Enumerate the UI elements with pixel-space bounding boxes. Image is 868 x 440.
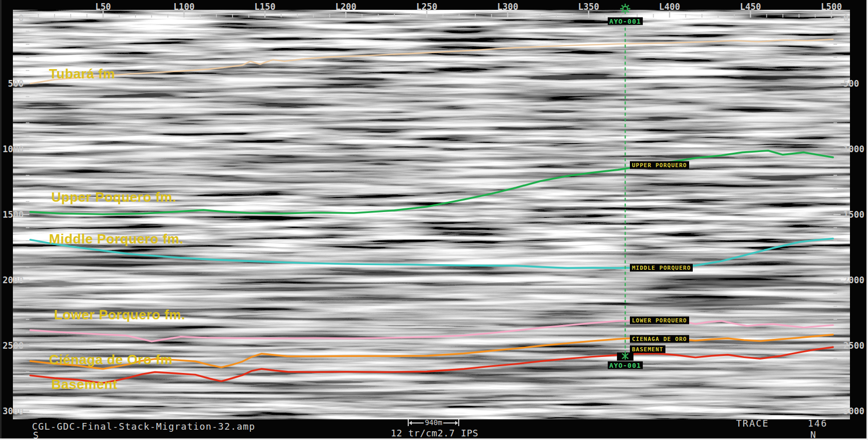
- top-axis-tick-label: L250: [416, 2, 438, 12]
- seismic-plot-canvas: [0, 0, 868, 440]
- top-axis-tick-label: L300: [497, 2, 519, 12]
- well-horizon-tag: LOWER PORQUERO: [630, 317, 689, 324]
- right-axis-tick-label: 500: [843, 78, 859, 89]
- formation-label: Basement: [52, 376, 118, 392]
- top-axis-tick-label: L450: [740, 2, 761, 12]
- right-axis-tick-label: 0: [843, 13, 848, 23]
- well-location-icon: [622, 5, 623, 7]
- plot-parameters-label: 12 tr/cm2.7 IPS: [391, 428, 478, 438]
- well-name-label-td: AYO-001: [608, 362, 643, 369]
- scale-bar-right-tick: [458, 419, 459, 426]
- well-horizon-tag: MIDDLE PORQUERO: [630, 264, 693, 271]
- well-location-icon: [623, 6, 627, 11]
- right-axis-tick-label: 1500: [843, 209, 864, 220]
- left-axis-tick-label: 2000: [0, 275, 24, 285]
- top-axis-tick-label: L150: [255, 2, 276, 12]
- scale-bar-line: [443, 422, 455, 423]
- top-axis-tick-label: L100: [174, 2, 195, 12]
- left-axis-tick-label: 0: [0, 13, 24, 23]
- right-axis-tick-label: 1000: [843, 144, 864, 154]
- formation-label: Ciénaga de Oro fm: [49, 351, 173, 367]
- top-axis-tick-label: L500: [821, 2, 842, 12]
- trace-count-label: TRACE 146: [736, 418, 828, 429]
- scale-bar-line: [412, 422, 424, 423]
- well-location-icon: [627, 11, 629, 12]
- well-location-icon: [622, 11, 623, 12]
- left-axis-tick-label: 500: [0, 78, 24, 89]
- top-axis-tick-label: L200: [336, 2, 357, 12]
- south-direction-label: S: [33, 430, 39, 440]
- seismic-section-figure: L50L100L150L200L250L300L350L400L450L5000…: [0, 0, 868, 440]
- well-location-icon: [627, 5, 629, 7]
- well-name-label-top: AYO-001: [608, 18, 643, 25]
- reflector-band: [29, 77, 833, 129]
- north-direction-label: N: [810, 429, 816, 440]
- right-axis-tick-label: 2000: [843, 275, 864, 285]
- left-axis-tick-label: 2500: [0, 340, 24, 351]
- scale-bar: 940m: [408, 418, 459, 427]
- right-axis-tick-label: 2500: [843, 340, 864, 351]
- left-axis-tick-label: 1000: [0, 144, 24, 154]
- left-axis-tick-label: 1500: [0, 209, 24, 220]
- well-horizon-tag: UPPER PORQUERO: [630, 161, 689, 169]
- top-axis-tick-label: L400: [659, 2, 680, 12]
- top-axis-tick-label: L350: [578, 2, 599, 12]
- formation-label: Lower Porquero fm.: [54, 307, 186, 323]
- formation-label: Upper Poquero fm.: [52, 189, 177, 205]
- formation-label: Tubará fm: [49, 66, 115, 82]
- formation-label: Middle Porquero fm.: [49, 231, 183, 247]
- right-axis-tick-label: 3000: [843, 406, 864, 416]
- well-horizon-tag: CIENAGA DE ORO: [630, 335, 689, 343]
- left-axis-tick-label: 3000: [0, 406, 24, 416]
- scale-bar-label: 940m: [424, 419, 443, 427]
- top-axis-tick-label: L50: [95, 2, 111, 12]
- well-horizon-tag: BASEMENT: [630, 346, 665, 353]
- section-filename: CGL-GDC-Final-Stack-Migration-32.amp: [32, 421, 255, 432]
